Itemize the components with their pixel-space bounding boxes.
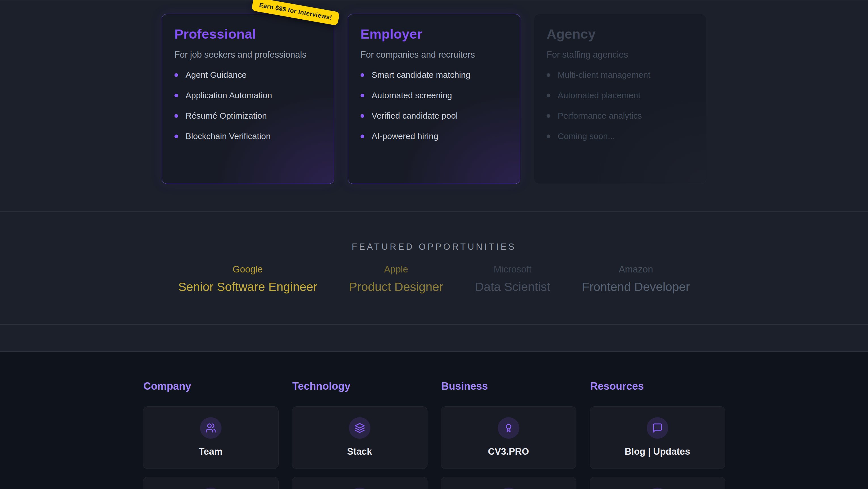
- footer-link-next[interactable]: [292, 477, 428, 489]
- footer-link-label: CV3.PRO: [488, 446, 529, 457]
- footer-column-resources: Resources Blog | Updates: [590, 380, 725, 489]
- bullet-dot-icon: [361, 73, 364, 77]
- footer-link-cv3pro[interactable]: CV3.PRO: [441, 406, 577, 469]
- plan-title: Employer: [361, 26, 507, 42]
- plan-feature-list: Multi-client management Automated placem…: [547, 65, 693, 146]
- plan-feature: Automated placement: [547, 85, 693, 106]
- bullet-dot-icon: [547, 135, 550, 138]
- footer-link-label: Blog | Updates: [625, 446, 690, 457]
- footer-column-technology: Technology Stack: [292, 380, 428, 489]
- plan-title: Professional: [175, 26, 321, 42]
- bullet-dot-icon: [175, 114, 178, 118]
- plan-feature: AI-powered hiring: [361, 126, 507, 146]
- footer-link-next[interactable]: [143, 477, 279, 489]
- users-icon: [200, 417, 221, 439]
- plan-subtitle: For companies and recruiters: [361, 50, 507, 60]
- company-name: Google: [178, 264, 317, 275]
- plan-feature: Blockchain Verification: [175, 126, 321, 146]
- footer-link-icon: [200, 488, 221, 489]
- footer-link-icon: [349, 488, 370, 489]
- footer-column-heading: Resources: [590, 380, 725, 392]
- footer-link-next[interactable]: [441, 477, 577, 489]
- section-spacer: [0, 325, 868, 352]
- featured-heading: FEATURED OPPORTUNITIES: [0, 242, 868, 252]
- plan-feature: Automated screening: [361, 85, 507, 106]
- footer-column-heading: Technology: [292, 380, 428, 392]
- footer: Company Team Technology Stack: [0, 352, 868, 489]
- job-role: Senior Software Engineer: [178, 280, 317, 294]
- bullet-dot-icon: [547, 73, 550, 77]
- featured-opportunity-amazon[interactable]: Amazon Frontend Developer: [582, 264, 690, 294]
- job-role: Frontend Developer: [582, 280, 690, 294]
- footer-link-stack[interactable]: Stack: [292, 406, 428, 469]
- footer-link-icon: [498, 488, 519, 489]
- plan-feature-list: Agent Guidance Application Automation Ré…: [175, 65, 321, 146]
- bullet-dot-icon: [547, 114, 550, 118]
- plan-card-professional[interactable]: Professional For job seekers and profess…: [162, 14, 334, 184]
- job-role: Data Scientist: [475, 280, 550, 294]
- featured-opportunity-apple[interactable]: Apple Product Designer: [349, 264, 443, 294]
- plan-feature: Coming soon...: [547, 126, 693, 146]
- plan-feature: Résumé Optimization: [175, 106, 321, 126]
- footer-link-label: Stack: [347, 446, 372, 457]
- plan-subtitle: For job seekers and professionals: [175, 50, 321, 60]
- job-role: Product Designer: [349, 280, 443, 294]
- footer-link-next[interactable]: [590, 477, 725, 489]
- footer-link-team[interactable]: Team: [143, 406, 279, 469]
- plan-feature: Smart candidate matching: [361, 65, 507, 85]
- footer-column-heading: Business: [441, 380, 577, 392]
- bullet-dot-icon: [361, 114, 364, 118]
- plan-feature: Multi-client management: [547, 65, 693, 85]
- featured-opportunity-microsoft[interactable]: Microsoft Data Scientist: [475, 264, 550, 294]
- featured-carousel: Google Senior Software Engineer Apple Pr…: [0, 264, 868, 294]
- footer-column-heading: Company: [144, 380, 279, 392]
- footer-column-business: Business CV3.PRO: [441, 380, 577, 489]
- plan-title: Agency: [547, 26, 693, 42]
- footer-link-label: Team: [199, 446, 223, 457]
- featured-opportunities-section: FEATURED OPPORTUNITIES Google Senior Sof…: [0, 212, 868, 325]
- landing-page: Earn $$$ for Interviews! Professional Fo…: [0, 0, 868, 489]
- footer-columns: Company Team Technology Stack: [0, 380, 868, 489]
- company-name: Apple: [349, 264, 443, 275]
- plan-card-employer[interactable]: Employer For companies and recruiters Sm…: [348, 14, 520, 184]
- plan-feature: Agent Guidance: [175, 65, 321, 85]
- bullet-dot-icon: [361, 135, 364, 138]
- featured-opportunity-google[interactable]: Google Senior Software Engineer: [178, 264, 317, 294]
- footer-link-icon: [647, 488, 668, 489]
- footer-link-blog[interactable]: Blog | Updates: [590, 406, 725, 469]
- message-square-icon: [647, 417, 668, 439]
- bullet-dot-icon: [361, 94, 364, 97]
- company-name: Amazon: [582, 264, 690, 275]
- award-icon: [498, 417, 519, 439]
- company-name: Microsoft: [475, 264, 550, 275]
- plan-feature-list: Smart candidate matching Automated scree…: [361, 65, 507, 146]
- footer-column-company: Company Team: [143, 380, 279, 489]
- plan-card-agency: Agency For staffing agencies Multi-clien…: [534, 14, 706, 184]
- bullet-dot-icon: [175, 73, 178, 77]
- plans-section: Earn $$$ for Interviews! Professional Fo…: [0, 0, 868, 212]
- layers-icon: [349, 417, 370, 439]
- plan-feature: Verified candidate pool: [361, 106, 507, 126]
- bullet-dot-icon: [175, 135, 178, 138]
- bullet-dot-icon: [175, 94, 178, 97]
- plan-feature: Performance analytics: [547, 106, 693, 126]
- plan-feature: Application Automation: [175, 85, 321, 106]
- plan-subtitle: For staffing agencies: [547, 50, 693, 60]
- bullet-dot-icon: [547, 94, 550, 97]
